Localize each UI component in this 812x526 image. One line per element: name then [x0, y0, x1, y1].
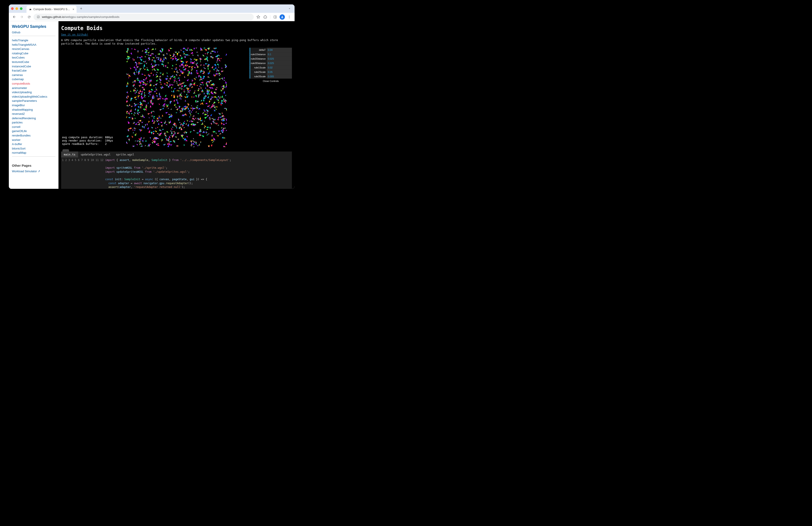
- side-panel-button[interactable]: [272, 14, 278, 20]
- sidebar-item-samplerParameters[interactable]: samplerParameters: [12, 99, 55, 103]
- main-content: Compute Boids See it on Github! A GPU co…: [58, 21, 294, 189]
- sidebar-item-helloTriangle[interactable]: helloTriangle: [12, 38, 55, 43]
- gui-row-rule3Scale[interactable]: rule3Scale0.005: [249, 74, 292, 79]
- browser-toolbar: webgpu.github.io/webgpu-samples/samples/…: [9, 13, 294, 21]
- tab-favicon-icon: [29, 8, 32, 11]
- sidebar-item-shadowMapping[interactable]: shadowMapping: [12, 108, 55, 112]
- gui-value-input[interactable]: 0.02: [267, 65, 292, 70]
- github-source-link[interactable]: See it on Github!: [61, 33, 292, 36]
- bookmark-button[interactable]: [255, 14, 261, 20]
- sidebar-item-rotatingCube[interactable]: rotatingCube: [12, 51, 55, 56]
- sidebar-item-videoUploading[interactable]: videoUploading: [12, 90, 55, 95]
- code-tab-sprite.wgsl[interactable]: sprite.wgsl: [113, 152, 137, 157]
- gui-label: rule1Scale: [250, 66, 267, 69]
- page-title: Compute Boids: [61, 25, 292, 31]
- window-maximize-button[interactable]: [20, 7, 23, 10]
- sidebar-item-cameras[interactable]: cameras: [12, 73, 55, 77]
- code-lines: import { assert, makeSample, SampleInit …: [105, 157, 231, 189]
- code-section: main.tsupdateSprites.wgslsprite.wgsl 1 2…: [61, 149, 292, 189]
- window-controls: [11, 7, 23, 10]
- sidebar: WebGPU Samples Github helloTrianglehello…: [9, 21, 58, 189]
- window-close-button[interactable]: [11, 7, 14, 10]
- gui-label: rule3Distance: [250, 62, 267, 65]
- sidebar-item-videoUploadingWebCodecs[interactable]: videoUploadingWebCodecs: [12, 95, 55, 99]
- window-minimize-button[interactable]: [15, 7, 18, 10]
- sidebar-github-link[interactable]: Github: [12, 31, 55, 34]
- address-bar[interactable]: webgpu.github.io/webgpu-samples/samples/…: [33, 14, 254, 20]
- gui-row-rule2Distance[interactable]: rule2Distance0.025: [249, 57, 292, 61]
- browser-window: Compute Boids - WebGPU S… × + webgpu.git…: [9, 4, 294, 189]
- gui-row-rule1Distance[interactable]: rule1Distance0.1: [249, 52, 292, 57]
- reload-button[interactable]: [26, 14, 32, 20]
- sidebar-item-gameOfLife[interactable]: gameOfLife: [12, 129, 55, 133]
- svg-rect-1: [274, 16, 276, 18]
- site-info-icon[interactable]: [36, 15, 40, 19]
- code-body: 1 2 3 4 5 6 7 8 9 10 11 12 import { asse…: [61, 157, 292, 189]
- sidebar-item-instancedCube[interactable]: instancedCube: [12, 64, 55, 69]
- sidebar-item-twoCubes[interactable]: twoCubes: [12, 55, 55, 60]
- avatar-icon: [279, 14, 285, 20]
- sidebar-item-imageBlur[interactable]: imageBlur: [12, 103, 55, 108]
- other-pages-heading: Other Pages: [12, 164, 55, 167]
- sidebar-item-fractalCube[interactable]: fractalCube: [12, 69, 55, 73]
- tab-close-button[interactable]: ×: [73, 8, 74, 11]
- tab-title: Compute Boids - WebGPU S…: [33, 8, 70, 11]
- sidebar-item-resizeCanvas[interactable]: resizeCanvas: [12, 47, 55, 51]
- gui-label: rule3Scale: [250, 75, 267, 78]
- new-tab-button[interactable]: +: [78, 6, 84, 12]
- chrome-menu-button[interactable]: [286, 14, 292, 20]
- sidebar-item-particles[interactable]: particles: [12, 120, 55, 125]
- extensions-button[interactable]: [262, 14, 268, 20]
- code-tabs: main.tsupdateSprites.wgslsprite.wgsl: [61, 152, 292, 157]
- gui-row-rule3Distance[interactable]: rule3Distance0.025: [249, 61, 292, 65]
- address-bar-url: webgpu.github.io/webgpu-samples/samples/…: [42, 15, 119, 18]
- svg-point-4: [289, 17, 290, 17]
- sidebar-item-computeBoids[interactable]: computeBoids: [12, 82, 55, 86]
- gui-row-rule1Scale[interactable]: rule1Scale0.02: [249, 65, 292, 70]
- gui-value-input[interactable]: 0.1: [267, 52, 292, 56]
- sidebar-item-worker[interactable]: worker: [12, 138, 55, 142]
- tab-search-button[interactable]: [287, 6, 292, 12]
- sidebar-item-animometer[interactable]: animometer: [12, 86, 55, 90]
- sidebar-item-cornell[interactable]: cornell: [12, 125, 55, 129]
- sidebar-item-A-buffer[interactable]: A-buffer: [12, 142, 55, 146]
- sidebar-item-texturedCube[interactable]: texturedCube: [12, 60, 55, 64]
- gui-row-deltaT[interactable]: deltaT0.04: [249, 48, 292, 52]
- forward-button[interactable]: [18, 14, 25, 20]
- gui-row-rule2Scale[interactable]: rule2Scale0.05: [249, 70, 292, 74]
- gui-value-input[interactable]: 0.005: [267, 74, 292, 79]
- sidebar-item-bitonicSort[interactable]: bitonicSort: [12, 146, 55, 151]
- other-page-link[interactable]: Workload Simulator ↗: [12, 170, 55, 173]
- browser-tab[interactable]: Compute Boids - WebGPU S… ×: [27, 6, 76, 13]
- code-tab-updateSprites.wgsl[interactable]: updateSprites.wgsl: [78, 152, 113, 157]
- gui-label: rule2Distance: [250, 57, 267, 60]
- code-tab-main.ts[interactable]: main.ts: [61, 152, 78, 157]
- gui-value-input[interactable]: 0.025: [267, 57, 292, 61]
- controls-panel: deltaT0.04rule1Distance0.1rule2Distance0…: [249, 48, 292, 84]
- sidebar-divider-2: [12, 156, 55, 157]
- page-content: WebGPU Samples Github helloTrianglehello…: [9, 21, 294, 189]
- gui-value-input[interactable]: 0.05: [267, 70, 292, 74]
- sidebar-item-renderBundles[interactable]: renderBundles: [12, 133, 55, 138]
- close-controls-button[interactable]: Close Controls: [249, 79, 292, 84]
- other-pages-list: Workload Simulator ↗: [12, 170, 55, 173]
- gui-value-input[interactable]: 0.025: [267, 61, 292, 65]
- gui-label: rule1Distance: [250, 53, 267, 56]
- sidebar-item-cubemap[interactable]: cubemap: [12, 77, 55, 82]
- sidebar-item-helloTriangleMSAA[interactable]: helloTriangleMSAA: [12, 43, 55, 47]
- sidebar-item-reversedZ[interactable]: reversedZ: [12, 112, 55, 116]
- url-host: webgpu.github.io: [42, 15, 64, 18]
- gui-label: deltaT: [250, 48, 267, 51]
- sidebar-item-deferredRendering[interactable]: deferredRendering: [12, 116, 55, 120]
- sidebar-item-normalMap[interactable]: normalMap: [12, 151, 55, 155]
- svg-point-5: [289, 18, 290, 18]
- code-drag-handle[interactable]: [62, 149, 69, 152]
- back-button[interactable]: [11, 14, 17, 20]
- url-path: /webgpu-samples/samples/computeBoids: [64, 15, 119, 18]
- tab-strip: Compute Boids - WebGPU S… × +: [9, 4, 294, 13]
- profile-button[interactable]: [279, 14, 285, 20]
- stats-overlay: avg compute pass duration: 886µs avg ren…: [62, 136, 113, 146]
- gui-label: rule2Scale: [250, 71, 267, 73]
- gui-value-input[interactable]: 0.04: [267, 48, 292, 52]
- boids-canvas: [126, 48, 227, 147]
